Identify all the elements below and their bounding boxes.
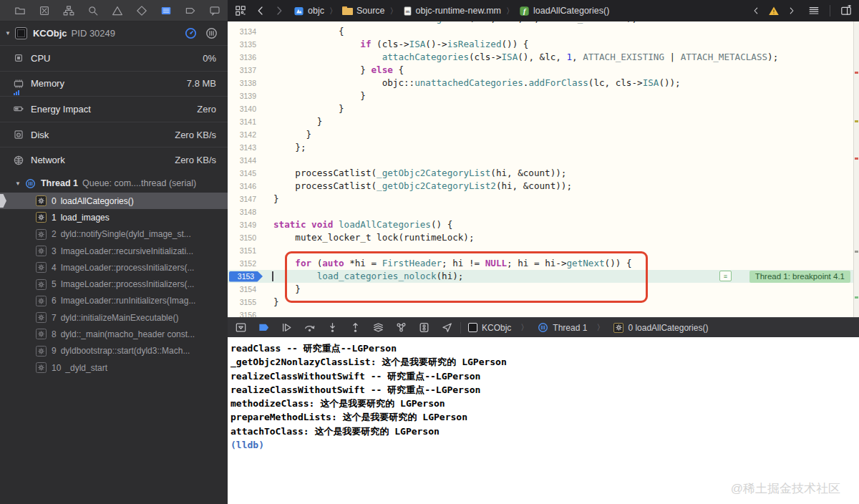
line-number[interactable]: 3141: [228, 115, 256, 128]
symbol-navigator-icon[interactable]: [63, 5, 74, 16]
line-number[interactable]: 3146: [228, 180, 256, 193]
disclosure-triangle-icon[interactable]: ▼: [15, 180, 21, 187]
jumpbar-file[interactable]: m objc-runtime-new.mm: [403, 6, 501, 16]
forward-chevron-icon[interactable]: [273, 5, 285, 16]
code-line[interactable]: 3148: [228, 205, 853, 218]
stack-frame-0[interactable]: 0loadAllCategories(): [0, 193, 228, 209]
stack-frame-9[interactable]: 9dyldbootstrap::start(dyld3::Mach...: [0, 343, 228, 359]
step-into-icon[interactable]: [326, 321, 339, 334]
back-chevron-icon[interactable]: [255, 5, 266, 16]
code-line[interactable]: 3156: [228, 309, 853, 317]
breakpoint-badge[interactable]: 3153: [229, 271, 263, 282]
debug-crumb-app[interactable]: KCObjc: [482, 323, 511, 333]
related-items-icon[interactable]: [235, 5, 246, 16]
find-navigator-icon[interactable]: [87, 5, 99, 16]
stack-frame-8[interactable]: 8dyld::_main(macho_header const...: [0, 326, 228, 342]
stack-frame-6[interactable]: 6ImageLoader::runInitializers(Imag...: [0, 293, 228, 309]
breakpoint-navigator-icon[interactable]: [185, 5, 196, 16]
jumpbar-project[interactable]: objc: [293, 6, 324, 16]
report-navigator-icon[interactable]: [209, 5, 220, 16]
hide-debug-area-icon[interactable]: [235, 321, 247, 334]
lldb-console[interactable]: readClass -- 研究重点--LGPerson_getObjc2Nonl…: [228, 337, 859, 504]
step-out-icon[interactable]: [349, 321, 361, 334]
gauge-row-energy[interactable]: Energy ImpactZero: [0, 96, 228, 122]
thread-row[interactable]: ▼ Thread 1 Queue: com....thread (serial): [0, 175, 228, 193]
code-line[interactable]: 3154 }: [228, 283, 853, 296]
gauge-row-cpu[interactable]: CPU0%: [0, 45, 228, 71]
code-line[interactable]: 3143 };: [228, 141, 853, 154]
threads-toggle-icon[interactable]: [205, 27, 218, 39]
code-line[interactable]: 3144: [228, 154, 853, 167]
gauge-row-disk[interactable]: DiskZero KB/s: [0, 122, 228, 147]
jumpbar-symbol[interactable]: f loadAllCategories(): [519, 6, 609, 16]
line-number[interactable]: 3148: [228, 205, 256, 218]
warning-issue-icon[interactable]: [768, 5, 780, 16]
code-line[interactable]: 3146 processCatlist(_getObjc2CategoryLis…: [228, 180, 853, 193]
line-number[interactable]: 3144: [228, 154, 256, 167]
editor-scrollbar[interactable]: [853, 21, 859, 317]
code-line[interactable]: 3147}: [228, 193, 853, 205]
issue-navigator-icon[interactable]: [112, 5, 123, 16]
code-line-breakpoint[interactable]: 3153 load_categories_nolock(hi);≡Thread …: [228, 270, 853, 283]
line-number[interactable]: 3156: [228, 309, 256, 317]
view-hierarchy-icon[interactable]: [372, 321, 384, 334]
source-control-navigator-icon[interactable]: [39, 5, 50, 16]
code-line[interactable]: 3140 }: [228, 102, 853, 115]
line-number[interactable]: 3151: [228, 244, 256, 257]
source-editor[interactable]: attachCategories(cls, &lc, 1, ATTACH_EXI…: [228, 21, 859, 317]
line-number[interactable]: 3138: [228, 77, 256, 89]
lldb-prompt[interactable]: (lldb): [230, 440, 270, 450]
line-number[interactable]: 3145: [228, 167, 256, 180]
code-line[interactable]: 3149static void loadAllCategories() {: [228, 218, 853, 231]
breakpoints-enabled-icon[interactable]: [258, 321, 270, 334]
simulate-location-icon[interactable]: [441, 321, 453, 334]
line-number[interactable]: 3140: [228, 102, 256, 115]
environment-overrides-icon[interactable]: [418, 321, 430, 334]
breakpoint-actions-icon[interactable]: ≡: [719, 271, 732, 281]
stack-frame-3[interactable]: 3ImageLoader::recursiveInitializati...: [0, 243, 228, 259]
code-line[interactable]: 3151: [228, 244, 853, 257]
line-number[interactable]: 3137: [228, 64, 256, 77]
code-line[interactable]: 3150 mutex_locker_t lock(runtimeLock);: [228, 231, 853, 244]
prev-issue-chevron-icon[interactable]: [751, 6, 761, 16]
line-number[interactable]: 3152: [228, 257, 256, 270]
code-line[interactable]: 3134 {: [228, 25, 853, 38]
process-row[interactable]: ▼ KCObjc PID 30249: [0, 21, 228, 45]
stack-frame-7[interactable]: 7dyld::initializeMainExecutable(): [0, 309, 228, 326]
code-line[interactable]: 3155}: [228, 296, 853, 309]
code-line[interactable]: 3152 for (auto *hi = FirstHeader; hi != …: [228, 257, 853, 270]
code-line[interactable]: 3136 attachCategories(cls->ISA(), &lc, 1…: [228, 51, 853, 64]
line-number[interactable]: 3155: [228, 296, 256, 309]
line-number[interactable]: 3143: [228, 141, 256, 154]
code-line[interactable]: 3135 if (cls->ISA()->isRealized()) {: [228, 38, 853, 51]
test-navigator-icon[interactable]: [136, 5, 147, 16]
adjust-editor-icon[interactable]: [808, 5, 820, 16]
gauge-row-memory[interactable]: Memory7.8 MB: [0, 71, 228, 97]
debug-navigator-icon[interactable]: [160, 5, 172, 16]
line-number[interactable]: 3135: [228, 38, 256, 51]
stack-frame-4[interactable]: 4ImageLoader::processInitializers(...: [0, 259, 228, 276]
line-number[interactable]: 3134: [228, 25, 256, 38]
stack-frame-5[interactable]: 5ImageLoader::processInitializers(...: [0, 276, 228, 292]
continue-icon[interactable]: [281, 321, 293, 334]
code-line[interactable]: 3138 objc::unattachedCategories.addForCl…: [228, 77, 853, 89]
code-line[interactable]: 3145 processCatlist(_getObjc2CategoryLis…: [228, 167, 853, 180]
add-editor-icon[interactable]: [840, 5, 852, 16]
line-number[interactable]: 3142: [228, 128, 256, 141]
debug-crumb-thread[interactable]: Thread 1: [553, 323, 587, 333]
stack-frame-10[interactable]: 10_dyld_start: [0, 359, 228, 376]
line-number[interactable]: 3150: [228, 231, 256, 244]
line-number[interactable]: 3136: [228, 51, 256, 64]
debug-crumb-frame[interactable]: 0 loadAllCategories(): [628, 323, 708, 333]
next-issue-chevron-icon[interactable]: [787, 6, 797, 16]
gauge-row-network[interactable]: NetworkZero KB/s: [0, 147, 228, 173]
code-line[interactable]: 3137 } else {: [228, 64, 853, 77]
cpu-gauge-toggle-icon[interactable]: [185, 27, 197, 39]
jumpbar-folder[interactable]: Source: [342, 6, 385, 16]
stack-frame-1[interactable]: 1load_images: [0, 209, 228, 226]
memory-graph-icon[interactable]: [395, 321, 407, 334]
step-over-icon[interactable]: [304, 321, 316, 334]
line-number[interactable]: 3154: [228, 283, 256, 296]
line-number[interactable]: 3147: [228, 193, 256, 205]
disclosure-triangle-icon[interactable]: ▼: [5, 30, 11, 37]
